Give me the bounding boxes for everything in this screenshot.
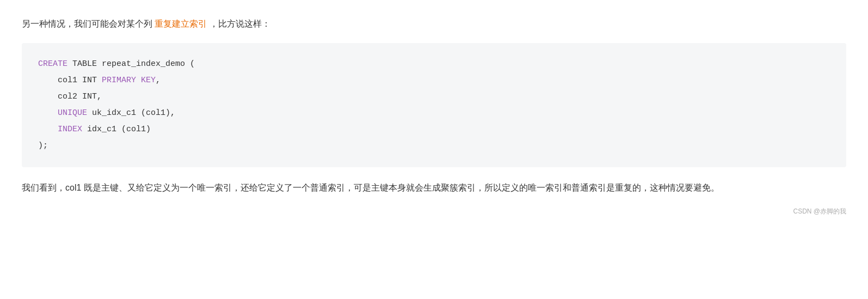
code-text: idx_c1 (col1) <box>82 125 151 134</box>
code-line-1: CREATE TABLE repeat_index_demo ( <box>38 56 830 72</box>
code-text: uk_idx_c1 (col1), <box>87 108 175 118</box>
outro-text: 我们看到，col1 既是主键、又给它定义为一个唯一索引，还给它定义了一个普通索引… <box>22 183 719 192</box>
keyword-primary-key: PRIMARY KEY <box>102 76 156 85</box>
keyword-create: CREATE <box>38 59 67 69</box>
code-line-4: UNIQUE uk_idx_c1 (col1), <box>38 105 830 121</box>
code-text: TABLE repeat_index_demo ( <box>67 59 195 69</box>
code-line-3: col2 INT, <box>38 89 830 105</box>
code-text: col1 INT <box>38 76 102 85</box>
repeat-index-link[interactable]: 重复建立索引 <box>155 19 207 28</box>
keyword-unique: UNIQUE <box>58 108 87 118</box>
intro-text-after: ，比方说这样： <box>207 19 270 28</box>
code-text: , <box>156 76 161 85</box>
code-text <box>38 125 58 134</box>
watermark: CSDN @赤脚的我 <box>22 207 846 216</box>
code-line-2: col1 INT PRIMARY KEY, <box>38 72 830 89</box>
code-line-5: INDEX idx_c1 (col1) <box>38 121 830 138</box>
keyword-index: INDEX <box>58 125 82 134</box>
outro-paragraph: 我们看到，col1 既是主键、又给它定义为一个唯一索引，还给它定义了一个普通索引… <box>22 180 846 196</box>
code-text: ); <box>38 141 48 150</box>
code-text: col2 INT, <box>38 92 102 101</box>
intro-paragraph: 另一种情况，我们可能会对某个列 重复建立索引 ，比方说这样： <box>22 16 846 32</box>
code-block: CREATE TABLE repeat_index_demo ( col1 IN… <box>22 43 846 167</box>
code-line-6: ); <box>38 138 830 154</box>
code-text <box>38 108 58 118</box>
intro-text-before: 另一种情况，我们可能会对某个列 <box>22 19 155 28</box>
watermark-text: CSDN @赤脚的我 <box>793 208 846 215</box>
